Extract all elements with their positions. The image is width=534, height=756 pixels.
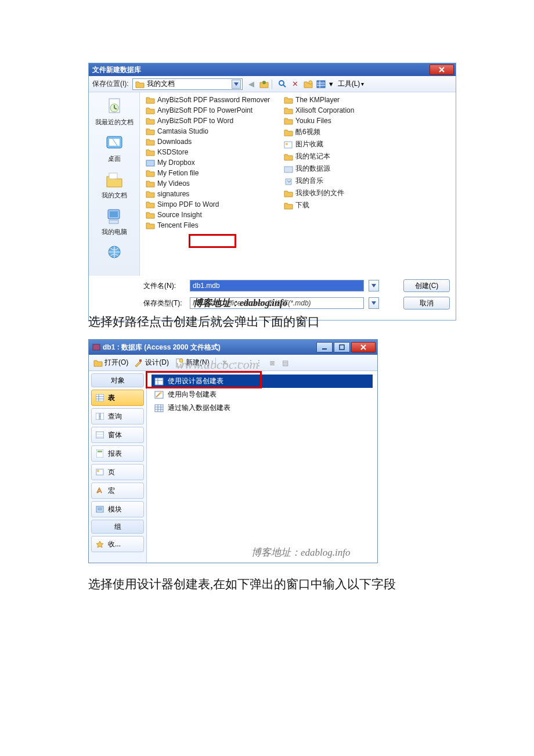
nav-reports[interactable]: 报表: [91, 445, 144, 462]
place-network[interactable]: [89, 243, 139, 264]
close-icon: [439, 67, 445, 73]
nav-tables[interactable]: 表: [91, 390, 144, 406]
folder-item[interactable]: Source Insight: [146, 211, 270, 219]
svg-rect-10: [110, 211, 118, 217]
folder-item[interactable]: The KMPlayer: [284, 96, 354, 104]
folder-item[interactable]: Youku Files: [284, 117, 354, 125]
dialog2-body: 对象 表 查询 窗体 报表 页 宏 模块 组 收... 使用设计器创建表 使用向…: [89, 371, 377, 563]
view-details-icon[interactable]: ▤: [282, 359, 290, 367]
place-desktop[interactable]: 桌面: [89, 134, 139, 163]
objects-header: 对象: [91, 373, 144, 387]
chevron-down-icon: [371, 301, 376, 305]
folder-item[interactable]: 我的笔记本: [284, 152, 354, 161]
place-recent[interactable]: 我最近的文档: [89, 97, 139, 127]
minimize-button[interactable]: [316, 342, 333, 352]
open-button[interactable]: 打开(O): [93, 358, 128, 368]
folder-item[interactable]: AnyBizSoft PDF to PowerPoint: [146, 106, 270, 114]
folder-icon: [146, 211, 155, 219]
view-large-icons-icon[interactable]: ▫▫: [234, 359, 242, 367]
design-button[interactable]: 设计(D): [134, 358, 169, 368]
folder-icon: [146, 190, 155, 198]
create-table-input[interactable]: 通过输入数据创建表: [151, 401, 373, 415]
my-computer-icon: [104, 207, 124, 226]
filename-dropdown[interactable]: [369, 280, 379, 291]
up-folder-icon[interactable]: [259, 79, 269, 89]
file-column-1: AnyBizSoft PDF Password Remover AnyBizSo…: [146, 96, 270, 270]
folder-icon: [284, 117, 293, 125]
folder-icon: [146, 169, 155, 177]
place-mydocs[interactable]: 我的文档: [89, 170, 139, 200]
folder-item[interactable]: Tencent Files: [146, 221, 270, 229]
close-button[interactable]: [351, 342, 376, 352]
tools-menu[interactable]: 工具(L)▾: [338, 79, 365, 89]
folder-item[interactable]: AnyBizSoft PDF Password Remover: [146, 96, 270, 104]
back-icon[interactable]: ◀: [246, 79, 257, 89]
folder-icon: [146, 96, 155, 104]
folder-item[interactable]: Camtasia Studio: [146, 127, 270, 135]
folder-item[interactable]: My Videos: [146, 179, 270, 188]
access-database-window: db1 : 数据库 (Access 2000 文件格式) 打开(O) 设计(D)…: [88, 339, 378, 563]
svg-point-2: [309, 81, 312, 84]
folder-icon: [146, 179, 155, 188]
view-list-icon[interactable]: ≣: [269, 359, 276, 367]
chevron-down-icon: ▾: [329, 79, 334, 89]
dialog1-close-button[interactable]: [430, 64, 454, 75]
filename-input[interactable]: [190, 280, 364, 291]
create-table-designer[interactable]: 使用设计器创建表: [151, 375, 373, 388]
folder-item[interactable]: 图片收藏: [284, 139, 354, 149]
folder-icon: [284, 189, 293, 197]
svg-rect-13: [146, 160, 154, 166]
folder-item[interactable]: signatures: [146, 190, 270, 198]
folder-icon: [284, 201, 293, 210]
svg-rect-29: [98, 451, 102, 452]
filetype-dropdown[interactable]: [369, 297, 379, 309]
folder-item[interactable]: 酷6视频: [284, 127, 354, 137]
folder-item[interactable]: KSDStore: [146, 148, 270, 156]
maximize-button[interactable]: [334, 342, 350, 352]
dialog2-title: db1 : 数据库 (Access 2000 文件格式): [103, 343, 221, 352]
view-small-icons-icon[interactable]: ⋮⋮: [247, 359, 264, 367]
filename-label: 文件名(N):: [143, 281, 185, 291]
create-button[interactable]: 创建(C): [403, 279, 450, 292]
filetype-label: 保存类型(T):: [143, 298, 185, 308]
folder-item[interactable]: 我接收到的文件: [284, 188, 354, 198]
folder-item[interactable]: 我的数据源: [284, 164, 354, 174]
folder-item[interactable]: My Dropbox: [146, 159, 270, 167]
nav-favorites[interactable]: 收...: [91, 536, 144, 552]
folder-item[interactable]: Xilisoft Corporation: [284, 106, 354, 114]
svg-rect-24: [100, 413, 104, 420]
folder-item[interactable]: Downloads: [146, 138, 270, 146]
create-table-wizard[interactable]: 使用向导创建表: [151, 388, 373, 401]
folder-item[interactable]: 我的音乐: [284, 176, 354, 186]
search-icon[interactable]: [277, 79, 288, 89]
recent-docs-icon: [104, 98, 124, 116]
nav-pages[interactable]: 页: [91, 464, 144, 480]
nav-queries[interactable]: 查询: [91, 408, 144, 424]
svg-point-35: [160, 391, 162, 394]
svg-rect-3: [317, 81, 325, 88]
maximize-icon: [339, 344, 345, 350]
place-mycomputer[interactable]: 我的电脑: [89, 207, 139, 236]
file-list-pane[interactable]: AnyBizSoft PDF Password Remover AnyBizSo…: [140, 92, 456, 276]
nav-forms[interactable]: 窗体: [91, 427, 144, 443]
delete-icon[interactable]: ✕: [290, 79, 301, 89]
new-button[interactable]: 新建(N): [175, 358, 210, 368]
new-folder-icon[interactable]: [303, 79, 313, 89]
svg-rect-11: [109, 220, 118, 224]
dialog1-titlebar: 文件新建数据库: [89, 63, 456, 76]
macro-icon: [96, 487, 104, 494]
nav-macros[interactable]: 宏: [91, 483, 144, 499]
cancel-button[interactable]: 取消: [403, 297, 450, 309]
my-documents-icon: [104, 171, 124, 189]
folder-item[interactable]: AnyBizSoft PDF to Word: [146, 117, 270, 125]
delete-icon[interactable]: ✕: [222, 359, 229, 367]
svg-point-1: [279, 81, 284, 85]
folder-item[interactable]: 下载: [284, 200, 354, 210]
views-icon[interactable]: [316, 79, 326, 89]
folder-item[interactable]: My Fetion file: [146, 169, 270, 177]
caption-2: 选择使用设计器创建表,在如下弹出的窗口中输入以下字段: [88, 576, 396, 592]
nav-modules[interactable]: 模块: [91, 501, 144, 517]
save-in-dropdown[interactable]: 我的文档: [132, 78, 243, 90]
folder-item[interactable]: Simpo PDF to Word: [146, 200, 270, 208]
group-header: 组: [91, 520, 144, 534]
